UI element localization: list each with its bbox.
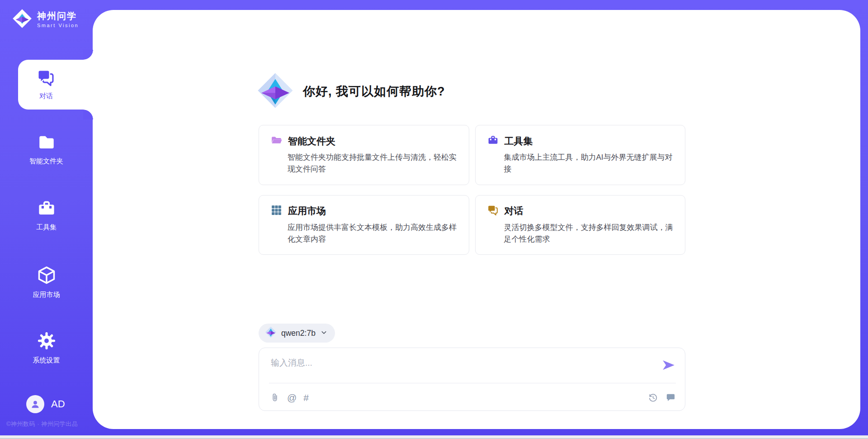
- shortcut-cards: 智能文件夹 智能文件夹功能支持批量文件上传与清洗，轻松实现文件问答 工具集: [259, 125, 685, 255]
- greeting-title: 你好, 我可以如何帮助你?: [303, 83, 445, 100]
- brand-diamond-icon: [12, 8, 33, 31]
- sidebar-item-toolbox[interactable]: 工具集: [0, 199, 93, 232]
- card-toolbox[interactable]: 工具集 集成市场上主流工具，助力AI与外界无缝扩展与对接: [475, 125, 686, 185]
- message-input[interactable]: [270, 356, 647, 382]
- toolbox-icon: [37, 199, 56, 220]
- folder-open-icon: [271, 134, 282, 148]
- window-bottom-edge: [0, 435, 868, 439]
- user-account[interactable]: AD: [26, 395, 65, 413]
- history-icon[interactable]: [648, 392, 658, 403]
- brand-subtitle: Smart Vision: [37, 23, 79, 28]
- card-chat[interactable]: 对话 灵活切换多模型文件，支持多样回复效果调试，满足个性化需求: [475, 195, 686, 255]
- chat-icon: [487, 205, 499, 218]
- at-icon[interactable]: @: [287, 393, 297, 402]
- paperclip-icon[interactable]: [270, 392, 280, 403]
- hash-icon[interactable]: #: [303, 393, 309, 402]
- toolbox-icon: [487, 134, 499, 148]
- grid-icon: [271, 205, 282, 218]
- brand-name: 神州问学: [37, 11, 79, 21]
- composer-toolbar: @ #: [270, 389, 676, 406]
- copyright-footer: ©神州数码 · 神州问学出品: [6, 420, 92, 428]
- chat-bubble-icon[interactable]: [665, 392, 676, 403]
- brand-logo: 神州问学 Smart Vision: [12, 8, 79, 31]
- greeting: 你好, 我可以如何帮助你?: [257, 72, 445, 111]
- model-diamond-icon: [265, 326, 277, 340]
- user-name: AD: [51, 398, 65, 410]
- sidebar-item-label: 智能文件夹: [29, 157, 63, 166]
- sidebar-item-label: 应用市场: [33, 291, 60, 299]
- message-composer: @ #: [259, 348, 685, 411]
- sidebar-item-label: 系统设置: [33, 356, 60, 365]
- card-title: 智能文件夹: [288, 135, 335, 148]
- model-name: qwen2:7b: [281, 329, 316, 338]
- sidebar-item-app-market[interactable]: 应用市场: [0, 265, 93, 299]
- card-app-market[interactable]: 应用市场 应用市场提供丰富长文本模板，助力高效生成多样化文章内容: [259, 195, 469, 255]
- card-title: 对话: [505, 205, 524, 217]
- chevron-down-icon: [320, 329, 328, 338]
- composer-divider: [269, 383, 676, 383]
- sidebar: 神州问学 Smart Vision 智能文件夹 工具集: [0, 0, 93, 435]
- send-icon[interactable]: [662, 359, 675, 372]
- card-smart-folder[interactable]: 智能文件夹 智能文件夹功能支持批量文件上传与清洗，轻松实现文件问答: [259, 125, 469, 185]
- sidebar-item-smart-folder[interactable]: 智能文件夹: [0, 133, 93, 166]
- gear-icon: [37, 331, 57, 353]
- card-desc: 应用市场提供丰富长文本模板，助力高效生成多样化文章内容: [288, 222, 457, 246]
- cube-icon: [37, 265, 57, 287]
- card-desc: 灵活切换多模型文件，支持多样回复效果调试，满足个性化需求: [504, 222, 674, 246]
- avatar: [26, 395, 44, 413]
- folder-icon: [37, 133, 56, 153]
- card-desc: 智能文件夹功能支持批量文件上传与清洗，轻松实现文件问答: [288, 152, 457, 176]
- app-window: 对话 神州问学 Smart Vision: [0, 0, 868, 439]
- greeting-diamond-icon: [257, 72, 294, 111]
- card-title: 工具集: [505, 135, 533, 148]
- sidebar-item-label: 工具集: [36, 223, 57, 232]
- model-selector[interactable]: qwen2:7b: [259, 324, 335, 343]
- sidebar-item-settings[interactable]: 系统设置: [0, 331, 93, 365]
- card-title: 应用市场: [288, 205, 326, 217]
- card-desc: 集成市场上主流工具，助力AI与外界无缝扩展与对接: [504, 152, 674, 176]
